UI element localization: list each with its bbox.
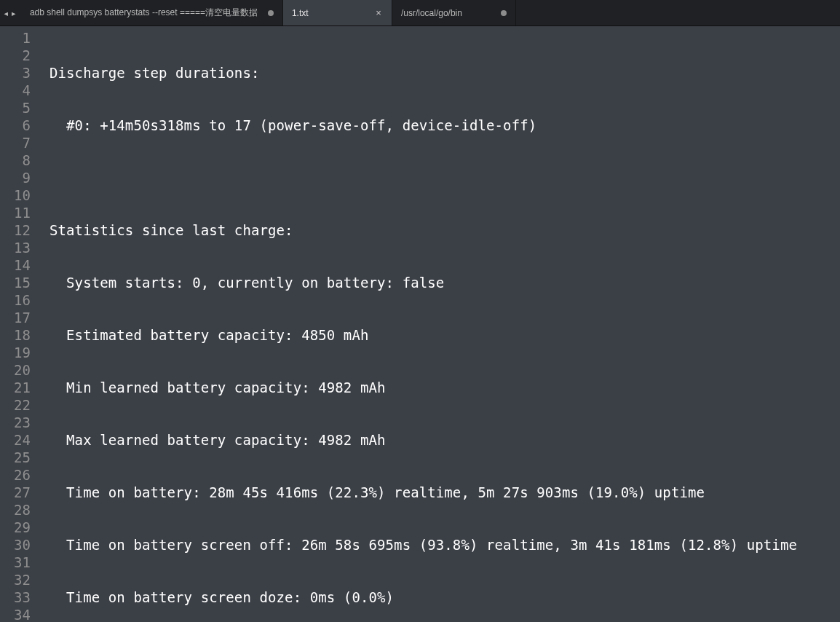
line-number: 7 <box>0 134 31 151</box>
tab-bar: ◂ ▸ adb shell dumpsys batterystats --res… <box>0 0 840 26</box>
line-number: 10 <box>0 186 31 204</box>
tab-1txt[interactable]: 1.txt × <box>283 0 392 25</box>
code-line: Time on battery screen off: 26m 58s 695m… <box>49 536 840 554</box>
line-number: 14 <box>0 256 31 274</box>
tab-dirty-dot-icon <box>501 10 507 16</box>
line-number: 24 <box>0 431 31 449</box>
code-line: Min learned battery capacity: 4982 mAh <box>49 379 840 396</box>
line-number: 4 <box>0 82 31 99</box>
line-number: 13 <box>0 239 31 256</box>
code-line: Max learned battery capacity: 4982 mAh <box>49 431 840 449</box>
code-line: Discharge step durations: <box>49 64 840 82</box>
line-number: 5 <box>0 99 31 117</box>
tab-nav-arrows[interactable]: ◂ ▸ <box>0 0 21 25</box>
code-content[interactable]: Discharge step durations: #0: +14m50s318… <box>41 26 840 622</box>
line-number: 11 <box>0 204 31 221</box>
line-number: 31 <box>0 554 31 571</box>
tab-nav-next-icon[interactable]: ▸ <box>10 7 16 19</box>
line-number: 9 <box>0 169 31 186</box>
tab-batterystats[interactable]: adb shell dumpsys batterystats --reset =… <box>21 0 283 25</box>
tab-gopath[interactable]: /usr/local/go/bin <box>392 0 516 25</box>
line-number: 21 <box>0 379 31 396</box>
line-number: 3 <box>0 64 31 82</box>
line-number: 8 <box>0 151 31 169</box>
code-line: Time on battery screen doze: 0ms (0.0%) <box>49 588 840 606</box>
line-number: 20 <box>0 361 31 379</box>
code-line: #0: +14m50s318ms to 17 (power-save-off, … <box>49 117 840 134</box>
code-line: Statistics since last charge: <box>49 221 840 239</box>
line-number: 17 <box>0 309 31 326</box>
line-number: 27 <box>0 484 31 501</box>
tab-label: /usr/local/go/bin <box>401 8 495 18</box>
editor[interactable]: 1 2 3 4 5 6 7 8 9 10 11 12 13 14 15 16 1… <box>0 26 840 622</box>
code-line <box>49 169 840 186</box>
line-number: 34 <box>0 606 31 622</box>
tab-nav-prev-icon[interactable]: ◂ <box>3 7 9 19</box>
line-number: 15 <box>0 274 31 291</box>
line-number: 19 <box>0 344 31 361</box>
line-number: 30 <box>0 536 31 554</box>
line-number: 33 <box>0 588 31 606</box>
line-number: 16 <box>0 291 31 309</box>
line-number: 26 <box>0 466 31 484</box>
code-line: Estimated battery capacity: 4850 mAh <box>49 326 840 344</box>
line-number: 18 <box>0 326 31 344</box>
tab-label: 1.txt <box>292 8 368 18</box>
line-number: 25 <box>0 449 31 466</box>
line-number: 22 <box>0 396 31 414</box>
tab-label: adb shell dumpsys batterystats --reset =… <box>30 7 262 19</box>
line-number: 28 <box>0 501 31 519</box>
line-number: 29 <box>0 519 31 536</box>
line-number: 12 <box>0 221 31 239</box>
line-number-gutter: 1 2 3 4 5 6 7 8 9 10 11 12 13 14 15 16 1… <box>0 26 41 622</box>
tab-close-icon[interactable]: × <box>374 8 383 17</box>
line-number: 6 <box>0 117 31 134</box>
line-number: 32 <box>0 571 31 588</box>
code-line: Time on battery: 28m 45s 416ms (22.3%) r… <box>49 484 840 501</box>
line-number: 2 <box>0 47 31 64</box>
tab-dirty-dot-icon <box>268 10 274 16</box>
line-number: 23 <box>0 414 31 431</box>
code-line: System starts: 0, currently on battery: … <box>49 274 840 291</box>
line-number: 1 <box>0 29 31 47</box>
